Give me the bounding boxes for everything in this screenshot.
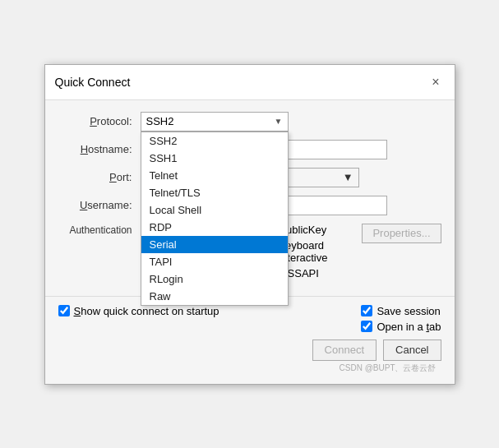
connect-button[interactable]: Connect — [312, 339, 377, 361]
protocol-option-serial[interactable]: Serial — [141, 236, 288, 253]
protocol-row: Protocol: SSH2 ▼ SSH2 SSH1 Telnet Telnet… — [58, 112, 441, 132]
protocol-label: Protocol: — [58, 115, 132, 127]
open-in-tab-text: Open in a tab — [377, 321, 441, 333]
save-session-checkbox[interactable] — [361, 305, 372, 316]
hostname-label: Hostname: — [58, 143, 132, 155]
show-quick-connect-checkbox[interactable] — [58, 305, 70, 316]
username-label: Username: — [58, 199, 132, 211]
auth-keyboard-label: Keyboard Interactive — [278, 239, 362, 264]
protocol-dropdown-list[interactable]: SSH2 SSH1 Telnet Telnet/TLS Local Shell … — [141, 132, 289, 306]
open-in-tab-checkbox[interactable] — [361, 321, 372, 332]
save-session-label[interactable]: Save session — [361, 305, 441, 317]
firewall-arrow-icon: ▼ — [343, 171, 353, 183]
right-checks: Save session Open in a tab — [361, 305, 441, 333]
open-in-tab-label[interactable]: Open in a tab — [361, 321, 441, 333]
show-quick-connect-label[interactable]: Show quick connect on startup — [58, 305, 219, 317]
protocol-option-telnet[interactable]: Telnet — [141, 167, 288, 184]
action-buttons: Connect Cancel — [312, 339, 441, 361]
save-session-text: Save session — [377, 305, 440, 317]
protocol-option-rlogin[interactable]: RLogin — [141, 270, 288, 288]
close-button[interactable]: × — [427, 73, 444, 91]
properties-button[interactable]: Properties... — [362, 224, 441, 243]
protocol-option-ssh1[interactable]: SSH1 — [141, 150, 288, 167]
protocol-dropdown[interactable]: SSH2 ▼ — [141, 112, 289, 132]
protocol-value: SSH2 — [146, 115, 174, 127]
quick-connect-dialog: Quick Connect × Protocol: SSH2 ▼ SSH2 SS… — [44, 64, 455, 385]
protocol-option-telnettls[interactable]: Telnet/TLS — [141, 184, 288, 201]
show-quick-connect-text: Show quick connect on startup — [74, 305, 219, 317]
title-bar: Quick Connect × — [45, 65, 455, 100]
watermark: CSDN @BUPT、云卷云舒 — [58, 361, 441, 376]
protocol-option-raw[interactable]: Raw — [141, 288, 288, 305]
protocol-option-ssh2[interactable]: SSH2 — [141, 132, 288, 150]
port-label: Port: — [58, 171, 132, 183]
auth-header: Authentication — [69, 224, 132, 236]
bottom-row2: Connect Cancel — [58, 339, 441, 361]
dialog-body: Protocol: SSH2 ▼ SSH2 SSH1 Telnet Telnet… — [45, 100, 455, 296]
protocol-option-localshell[interactable]: Local Shell — [141, 201, 288, 219]
dropdown-arrow-icon: ▼ — [275, 117, 283, 126]
bottom-section: Show quick connect on startup Save sessi… — [45, 296, 455, 384]
protocol-option-rdp[interactable]: RDP — [141, 219, 288, 236]
cancel-button[interactable]: Cancel — [383, 339, 441, 361]
protocol-option-tapi[interactable]: TAPI — [141, 253, 288, 270]
dialog-title: Quick Connect — [55, 76, 131, 89]
